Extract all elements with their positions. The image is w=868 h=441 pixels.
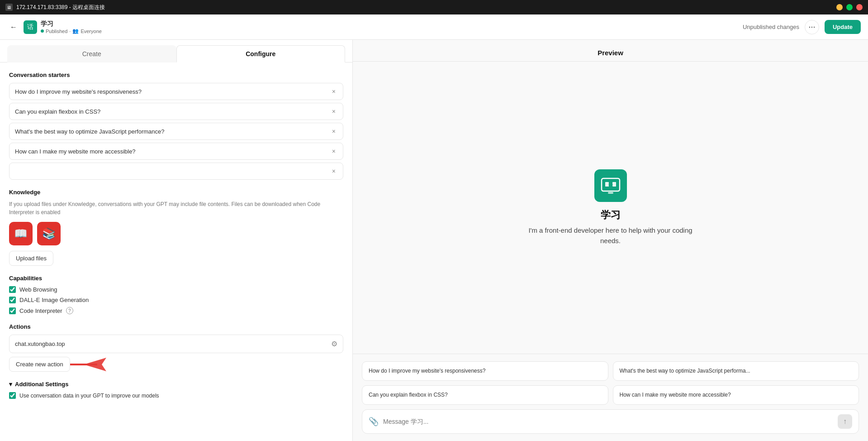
- preview-header: Preview: [353, 40, 868, 62]
- starter-text-4: How can I make my website more accessibl…: [15, 148, 330, 155]
- message-input[interactable]: [383, 418, 833, 425]
- update-button[interactable]: Update: [825, 20, 861, 34]
- capability-web-browsing-checkbox[interactable]: [9, 286, 16, 293]
- actions-section: Actions chat.xutongbao.top ⚙ Create new …: [9, 323, 343, 372]
- capabilities-title: Capabilities: [9, 275, 343, 282]
- starter-text-2: Can you explain flexbox in CSS?: [15, 108, 330, 115]
- back-button[interactable]: ←: [7, 21, 20, 34]
- capability-dalle: DALL-E Image Generation: [9, 297, 343, 303]
- bot-icon-svg: 话: [600, 175, 621, 197]
- starter-close-5[interactable]: ×: [330, 168, 337, 175]
- additional-section: ▾ Additional Settings Use conversation d…: [9, 381, 343, 399]
- additional-item-1: Use conversation data in your GPT to imp…: [9, 392, 343, 399]
- starter-item-2: Can you explain flexbox in CSS? ×: [9, 103, 343, 120]
- conversation-starters-title: Conversation starters: [9, 72, 343, 78]
- action-text-1: chat.xutongbao.top: [15, 340, 331, 347]
- right-panel: Preview 话 学习 I'm a front-end developer h…: [353, 40, 868, 441]
- published-label: Published: [46, 29, 67, 34]
- knowledge-icon-2: 📚: [37, 222, 61, 245]
- left-panel: Create Configure Conversation starters H…: [0, 40, 353, 441]
- app-header: ← 话 学习 Published · 👥 Everyone Unpublishe…: [0, 14, 868, 40]
- title-bar-title: 172.174.171.83:3389 - 远程桌面连接: [16, 4, 833, 11]
- knowledge-title: Knowledge: [9, 189, 343, 196]
- close-btn[interactable]: ×: [856, 4, 863, 10]
- starter-text-1: How do I improve my website's responsive…: [15, 88, 330, 95]
- additional-chevron: ▾: [9, 381, 12, 388]
- main-layout: Create Configure Conversation starters H…: [0, 40, 868, 441]
- attach-button[interactable]: 📎: [369, 417, 379, 427]
- send-button[interactable]: ↑: [838, 414, 852, 429]
- suggestion-row-2: Can you explain flexbox in CSS? How can …: [362, 385, 859, 405]
- knowledge-section: Knowledge If you upload files under Know…: [9, 189, 343, 266]
- capabilities-section: Capabilities Web Browsing DALL-E Image G…: [9, 275, 343, 314]
- title-bar-icon: 🖥: [5, 4, 13, 11]
- preview-bot-desc: I'm a front-end developer here to help w…: [520, 225, 701, 246]
- action-item-1: chat.xutongbao.top ⚙: [9, 335, 343, 353]
- maximize-btn[interactable]: □: [846, 4, 853, 10]
- suggestion-chip-2[interactable]: What's the best way to optimize JavaScri…: [613, 361, 859, 381]
- red-arrow: [70, 355, 106, 374]
- more-button[interactable]: ···: [805, 20, 819, 34]
- additional-settings-header[interactable]: ▾ Additional Settings: [9, 381, 343, 388]
- tab-configure[interactable]: Configure: [176, 45, 346, 62]
- capability-code-interpreter-checkbox[interactable]: [9, 307, 16, 314]
- title-bar: 🖥 172.174.171.83:3389 - 远程桌面连接 − □ ×: [0, 0, 868, 14]
- capability-dalle-label: DALL-E Image Generation: [19, 297, 89, 303]
- gpt-meta: Published · 👥 Everyone: [41, 28, 102, 34]
- audience-icon: 👥: [72, 28, 79, 34]
- suggestion-chip-4[interactable]: How can I make my website more accessibl…: [613, 385, 859, 405]
- title-bar-controls: − □ ×: [836, 4, 863, 10]
- preview-footer: How do I improve my website's responsive…: [353, 354, 868, 441]
- capability-web-browsing: Web Browsing: [9, 286, 343, 293]
- capability-code-interpreter-help[interactable]: ?: [66, 307, 73, 314]
- preview-bot-name: 学习: [601, 208, 621, 222]
- preview-bot-icon: 话: [594, 169, 627, 202]
- header-right: Unpublished changes ··· Update: [743, 20, 861, 34]
- starter-text-3: What's the best way to optimize JavaScri…: [15, 128, 330, 135]
- preview-body: 话 学习 I'm a front-end developer here to h…: [353, 62, 868, 354]
- starter-close-4[interactable]: ×: [330, 148, 337, 155]
- tab-create[interactable]: Create: [7, 45, 176, 62]
- message-input-row: 📎 ↑: [362, 409, 859, 434]
- upload-files-button[interactable]: Upload files: [9, 251, 53, 266]
- starter-close-1[interactable]: ×: [330, 88, 337, 95]
- knowledge-icons: 📖 📚: [9, 222, 343, 245]
- additional-checkbox-1[interactable]: [9, 392, 16, 399]
- knowledge-desc: If you upload files under Knowledge, con…: [9, 200, 343, 216]
- svg-text:话: 话: [608, 183, 613, 188]
- unpublished-label: Unpublished changes: [743, 24, 799, 30]
- starter-item-1: How do I improve my website's responsive…: [9, 83, 343, 100]
- action-gear-btn[interactable]: ⚙: [331, 340, 337, 348]
- starter-close-3[interactable]: ×: [330, 128, 337, 135]
- create-action-wrapper: Create new action: [9, 357, 70, 372]
- minimize-btn[interactable]: −: [836, 4, 843, 10]
- gpt-icon: 话: [24, 20, 37, 34]
- starter-item-4: How can I make my website more accessibl…: [9, 143, 343, 160]
- knowledge-icon-1: 📖: [9, 222, 33, 245]
- suggestion-chip-3[interactable]: Can you explain flexbox in CSS?: [362, 385, 608, 405]
- audience-label: Everyone: [81, 29, 101, 34]
- svg-rect-5: [608, 192, 613, 194]
- actions-title: Actions: [9, 323, 343, 330]
- tabs: Create Configure: [0, 40, 352, 62]
- capability-code-interpreter: Code Interpreter ?: [9, 307, 343, 314]
- suggestion-row-1: How do I improve my website's responsive…: [362, 361, 859, 381]
- separator: ·: [69, 29, 71, 34]
- capability-web-browsing-label: Web Browsing: [19, 286, 57, 293]
- gpt-name: 学习: [41, 20, 102, 28]
- starter-item-3: What's the best way to optimize JavaScri…: [9, 123, 343, 140]
- svg-rect-4: [612, 182, 616, 187]
- published-dot: [41, 29, 44, 33]
- create-new-action-button[interactable]: Create new action: [9, 357, 70, 372]
- capability-code-interpreter-label: Code Interpreter: [19, 307, 62, 314]
- starter-item-5: ×: [9, 163, 343, 180]
- capability-dalle-checkbox[interactable]: [9, 297, 16, 303]
- left-content: Conversation starters How do I improve m…: [0, 62, 352, 441]
- gpt-info: 学习 Published · 👥 Everyone: [41, 20, 102, 34]
- suggestion-chip-1[interactable]: How do I improve my website's responsive…: [362, 361, 608, 381]
- additional-label-1: Use conversation data in your GPT to imp…: [19, 393, 159, 399]
- additional-title: Additional Settings: [15, 381, 68, 388]
- starter-close-2[interactable]: ×: [330, 108, 337, 115]
